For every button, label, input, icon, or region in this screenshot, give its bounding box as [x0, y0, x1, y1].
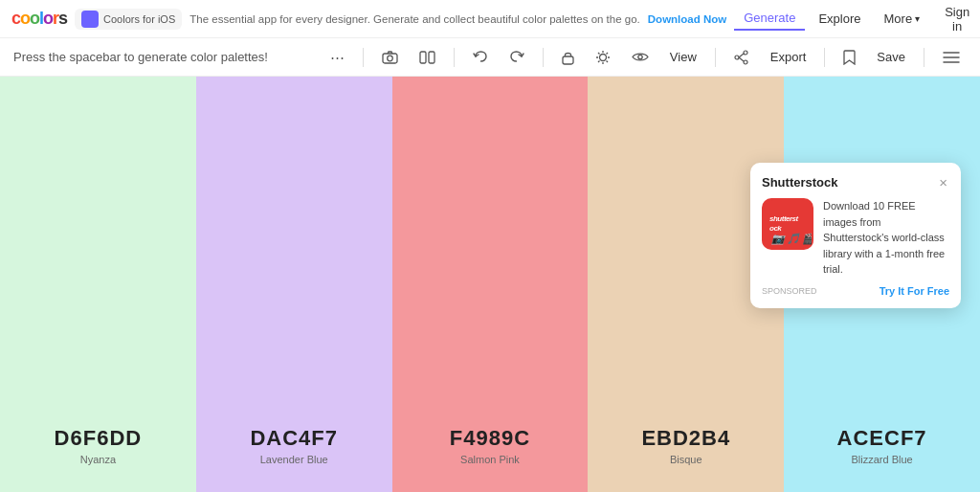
- svg-rect-3: [429, 52, 434, 63]
- swatch-2[interactable]: F4989C Salmon Pink: [392, 77, 589, 492]
- swatch-name-3: Bisque: [588, 454, 784, 465]
- undo-button[interactable]: [466, 46, 495, 68]
- signin-button[interactable]: Sign in: [933, 0, 980, 38]
- svg-point-17: [735, 56, 739, 59]
- swatch-name-0: Nyanza: [0, 454, 196, 465]
- svg-point-14: [638, 55, 642, 58]
- svg-line-13: [598, 60, 600, 62]
- svg-point-16: [744, 60, 747, 64]
- toolbar-separator2: [454, 48, 455, 67]
- svg-rect-2: [420, 52, 426, 63]
- swatch-hex-1: DAC4F7: [196, 426, 392, 451]
- ad-text: Download 10 FREE images from Shutterstoc…: [823, 198, 949, 278]
- view-button[interactable]: View: [663, 46, 703, 68]
- ad-close-button[interactable]: ×: [937, 174, 949, 190]
- export-button[interactable]: Export: [764, 46, 813, 68]
- swatch-hex-2: F4989C: [392, 426, 589, 451]
- shutterstock-logo-svg: shutterst ock 📷 🎵 🎬: [764, 200, 812, 248]
- svg-text:shutterst: shutterst: [769, 214, 799, 223]
- swatch-name-4: Blizzard Blue: [784, 454, 980, 465]
- chevron-down-icon: ▾: [915, 13, 920, 24]
- swatch-label-3: EBD2B4 Bisque: [588, 426, 784, 465]
- toolbar-separator4: [715, 48, 716, 67]
- swatch-label-0: D6F6DD Nyanza: [0, 426, 196, 465]
- nav-links: Generate Explore More ▾ Sign in Sign up: [734, 0, 980, 39]
- svg-line-19: [739, 57, 744, 61]
- ad-sponsored-label: SPONSORED: [762, 286, 817, 296]
- swatch-label-1: DAC4F7 Lavender Blue: [196, 426, 392, 465]
- svg-rect-0: [383, 54, 397, 63]
- bookmark-button[interactable]: [836, 46, 862, 69]
- swatch-hex-4: ACECF7: [784, 426, 980, 451]
- promo-text: The essential app for every designer. Ge…: [189, 13, 640, 25]
- eye-icon: [632, 51, 649, 63]
- svg-line-12: [606, 53, 608, 55]
- svg-line-10: [598, 53, 600, 55]
- svg-rect-4: [563, 56, 573, 64]
- svg-line-18: [739, 54, 744, 57]
- swatch-0[interactable]: D6F6DD Nyanza: [0, 77, 196, 492]
- nav-more[interactable]: More ▾: [875, 8, 930, 30]
- brightness-button[interactable]: [589, 46, 617, 69]
- ios-badge[interactable]: Coolors for iOS: [75, 9, 182, 30]
- swatch-name-1: Lavender Blue: [196, 454, 392, 465]
- swatch-label-2: F4989C Salmon Pink: [392, 426, 589, 465]
- ad-header: Shutterstock ×: [762, 174, 949, 190]
- swatch-name-2: Salmon Pink: [392, 454, 589, 465]
- main-wrapper: D6F6DD Nyanza DAC4F7 Lavender Blue F4989…: [0, 77, 980, 492]
- bookmark-icon: [843, 50, 856, 65]
- svg-text:📷 🎵 🎬: 📷 🎵 🎬: [770, 232, 812, 245]
- layout-button[interactable]: [412, 47, 442, 68]
- brightness-icon: [595, 50, 611, 65]
- toolbar-separator5: [824, 48, 825, 67]
- ios-app-icon: [81, 11, 99, 28]
- hint-text: Press the spacebar to generate color pal…: [13, 50, 316, 64]
- ad-cta-button[interactable]: Try It For Free: [880, 285, 949, 297]
- nav-generate[interactable]: Generate: [734, 7, 805, 31]
- eye-button[interactable]: [625, 47, 656, 67]
- redo-icon: [509, 50, 524, 64]
- svg-point-5: [599, 54, 606, 60]
- layout-icon: [419, 51, 435, 64]
- hamburger-icon: [943, 51, 960, 64]
- camera-button[interactable]: [375, 46, 405, 68]
- svg-point-15: [744, 51, 747, 55]
- swatch-label-4: ACECF7 Blizzard Blue: [784, 426, 980, 465]
- toolbar-separator3: [543, 48, 544, 67]
- share-button[interactable]: [727, 46, 756, 69]
- swatch-hex-0: D6F6DD: [0, 426, 196, 451]
- ad-brand: Shutterstock: [762, 175, 837, 190]
- ad-popup: Shutterstock × shutterst ock 📷 🎵 🎬 Downl…: [750, 163, 961, 308]
- ad-body: shutterst ock 📷 🎵 🎬 Download 10 FREE ima…: [762, 198, 949, 278]
- redo-button[interactable]: [502, 46, 531, 68]
- more-options-button[interactable]: ⋯: [323, 45, 351, 70]
- ad-logo: shutterst ock 📷 🎵 🎬: [762, 198, 813, 250]
- menu-button[interactable]: [936, 47, 967, 68]
- promo-link[interactable]: Download Now: [648, 13, 726, 25]
- top-nav: coolors Coolors for iOS The essential ap…: [0, 0, 980, 38]
- nav-explore[interactable]: Explore: [809, 8, 870, 30]
- save-button[interactable]: Save: [870, 46, 912, 68]
- ad-footer: SPONSORED Try It For Free: [762, 285, 949, 297]
- svg-point-1: [388, 56, 393, 61]
- toolbar-separator6: [924, 48, 924, 67]
- undo-icon: [473, 50, 488, 64]
- ios-badge-label: Coolors for iOS: [103, 13, 175, 25]
- lock-icon: [562, 50, 574, 65]
- share-icon: [734, 50, 749, 65]
- logo[interactable]: coolors: [11, 9, 67, 29]
- swatch-1[interactable]: DAC4F7 Lavender Blue: [196, 77, 392, 492]
- toolbar-separator: [363, 48, 364, 67]
- lock-button[interactable]: [555, 46, 581, 69]
- logo-area: coolors Coolors for iOS The essential ap…: [11, 9, 726, 30]
- svg-text:ock: ock: [769, 224, 782, 233]
- svg-line-11: [606, 60, 608, 62]
- swatch-hex-3: EBD2B4: [588, 426, 784, 451]
- toolbar: Press the spacebar to generate color pal…: [0, 38, 980, 77]
- camera-icon: [382, 50, 398, 64]
